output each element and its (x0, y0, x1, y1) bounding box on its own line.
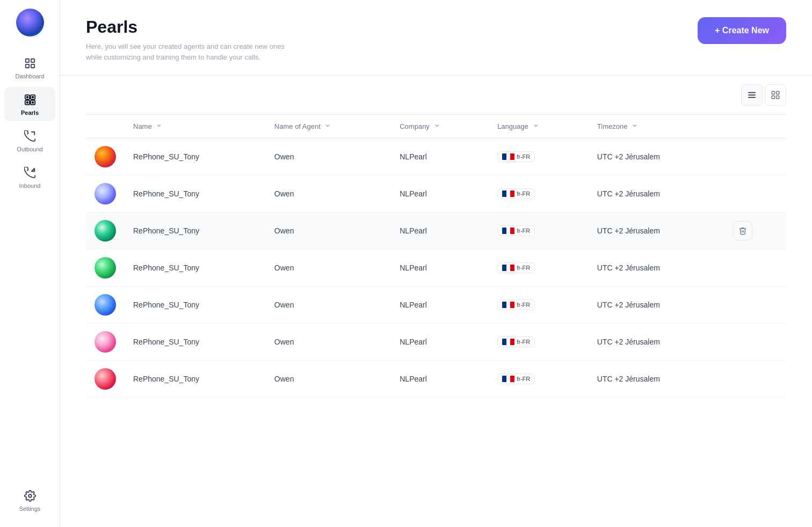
cell-language: fr-FR (489, 250, 589, 287)
sidebar-item-settings-label: Settings (19, 506, 41, 512)
cell-company: NLPearl (391, 175, 489, 213)
cell-agent: Owen (266, 361, 391, 398)
table-row[interactable]: RePhone_SU_TonyOwenNLPearl fr-FRUTC +2 J… (86, 287, 786, 324)
svg-point-12 (28, 494, 32, 497)
language-badge: fr-FR (497, 374, 535, 384)
cell-agent: Owen (266, 324, 391, 361)
list-view-button[interactable] (741, 84, 763, 106)
pearl-avatar (95, 183, 116, 204)
cell-name: RePhone_SU_Tony (125, 175, 266, 213)
flag-icon (502, 228, 514, 234)
table-row[interactable]: RePhone_SU_TonyOwenNLPearl fr-FRUTC +2 J… (86, 361, 786, 398)
cell-company: NLPearl (391, 287, 489, 324)
flag-icon (502, 265, 514, 271)
svg-rect-4 (25, 95, 29, 99)
svg-rect-0 (25, 59, 28, 62)
col-timezone[interactable]: Timezone (589, 115, 724, 138)
pearl-avatar (95, 368, 116, 390)
page-subtitle: Here, you will see your created agents a… (86, 41, 285, 62)
pearl-avatar (95, 257, 116, 279)
sidebar-item-pearls[interactable]: Pearls (4, 87, 55, 121)
col-agent[interactable]: Name of Agent (266, 115, 391, 138)
svg-point-8 (26, 97, 28, 98)
language-badge: fr-FR (497, 299, 535, 310)
cell-timezone: UTC +2 Jérusalem (589, 213, 724, 250)
pearl-avatar (95, 331, 116, 353)
cell-name: RePhone_SU_Tony (125, 361, 266, 398)
svg-point-9 (32, 97, 33, 98)
col-actions (724, 115, 786, 138)
svg-rect-7 (30, 100, 34, 105)
settings-icon (23, 488, 38, 503)
cell-timezone: UTC +2 Jérusalem (589, 250, 724, 287)
cell-actions (724, 213, 786, 250)
cell-name: RePhone_SU_Tony (125, 250, 266, 287)
cell-timezone: UTC +2 Jérusalem (589, 138, 724, 175)
language-badge: fr-FR (497, 151, 535, 162)
table-row[interactable]: RePhone_SU_TonyOwenNLPearl fr-FRUTC +2 J… (86, 250, 786, 287)
cell-company: NLPearl (391, 213, 489, 250)
cell-agent: Owen (266, 175, 391, 213)
language-badge: fr-FR (497, 262, 535, 273)
pearls-icon (23, 92, 38, 107)
svg-rect-17 (777, 91, 779, 94)
cell-actions (724, 175, 786, 213)
cell-language: fr-FR (489, 175, 589, 213)
sidebar-item-dashboard[interactable]: Dashboard (4, 50, 55, 85)
page-title: Pearls (86, 17, 285, 37)
pearl-avatar (95, 220, 116, 241)
cell-timezone: UTC +2 Jérusalem (589, 287, 724, 324)
table-row[interactable]: RePhone_SU_TonyOwenNLPearl fr-FRUTC +2 J… (86, 213, 786, 250)
table-row[interactable]: RePhone_SU_TonyOwenNLPearl fr-FRUTC +2 J… (86, 324, 786, 361)
cell-actions (724, 324, 786, 361)
agent-sort-icon (324, 122, 331, 129)
cell-company: NLPearl (391, 324, 489, 361)
language-badge: fr-FR (497, 336, 535, 347)
company-sort-icon (434, 122, 440, 129)
table-row[interactable]: RePhone_SU_TonyOwenNLPearl fr-FRUTC +2 J… (86, 175, 786, 213)
svg-rect-1 (31, 59, 34, 62)
col-avatar (86, 115, 125, 138)
flag-icon (502, 302, 514, 308)
cell-avatar (86, 213, 125, 250)
grid-view-button[interactable] (765, 84, 786, 106)
view-toggle-container (86, 76, 786, 114)
content-area: Name Name of Agent (60, 76, 812, 527)
cell-name: RePhone_SU_Tony (125, 213, 266, 250)
svg-rect-5 (30, 95, 34, 99)
create-new-button[interactable]: + Create New (698, 17, 786, 44)
cell-name: RePhone_SU_Tony (125, 287, 266, 324)
svg-rect-6 (25, 100, 29, 105)
flag-icon (502, 339, 514, 345)
sidebar-item-pearls-label: Pearls (21, 109, 39, 116)
cell-agent: Owen (266, 287, 391, 324)
sidebar-item-dashboard-label: Dashboard (16, 73, 45, 79)
main-content: Pearls Here, you will see your created a… (60, 0, 812, 527)
sidebar-item-inbound[interactable]: Inbound (4, 160, 55, 194)
col-name[interactable]: Name (125, 115, 266, 138)
col-company[interactable]: Company (391, 115, 489, 138)
delete-button[interactable] (733, 221, 752, 240)
language-badge: fr-FR (497, 188, 535, 199)
cell-name: RePhone_SU_Tony (125, 324, 266, 361)
header-left: Pearls Here, you will see your created a… (86, 17, 285, 62)
col-language[interactable]: Language (489, 115, 589, 138)
inbound-icon (23, 165, 38, 180)
sidebar-item-outbound-label: Outbound (17, 146, 42, 152)
cell-company: NLPearl (391, 361, 489, 398)
svg-rect-19 (777, 96, 779, 99)
sidebar-item-outbound[interactable]: Outbound (4, 123, 55, 158)
cell-timezone: UTC +2 Jérusalem (589, 175, 724, 213)
pearl-avatar (95, 146, 116, 167)
sidebar-bottom: Settings (0, 482, 60, 527)
flag-icon (502, 153, 514, 160)
language-sort-icon (533, 122, 539, 129)
cell-name: RePhone_SU_Tony (125, 138, 266, 175)
name-sort-icon (156, 122, 162, 129)
svg-rect-3 (31, 64, 34, 68)
cell-avatar (86, 175, 125, 213)
cell-avatar (86, 138, 125, 175)
table-row[interactable]: RePhone_SU_TonyOwenNLPearl fr-FRUTC +2 J… (86, 138, 786, 175)
flag-icon (502, 191, 514, 197)
sidebar-item-settings[interactable]: Settings (4, 483, 55, 517)
